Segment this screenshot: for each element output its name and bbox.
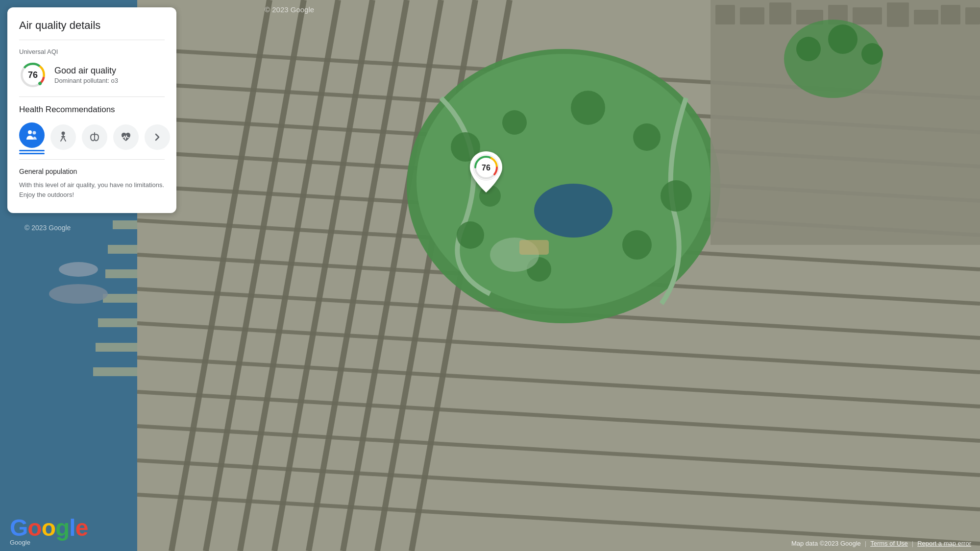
population-description: With this level of air quality, you have…	[19, 180, 165, 199]
health-recommendations-title: Health Recommendations	[19, 105, 165, 115]
map-footer: Map data ©2023 Google | Terms of Use | R…	[783, 536, 980, 551]
svg-rect-54	[887, 2, 909, 27]
population-label: General population	[19, 168, 165, 175]
google-sub-text: Google	[10, 539, 30, 546]
health-icon-wrapper-more	[145, 124, 170, 150]
svg-point-62	[49, 284, 108, 304]
terms-of-use-link[interactable]: Terms of Use	[870, 540, 908, 547]
health-icon-more[interactable]	[145, 124, 170, 150]
svg-point-37	[502, 110, 527, 135]
report-error-link[interactable]: Report a map error	[917, 540, 971, 547]
google-logo: Google	[10, 514, 88, 541]
svg-rect-56	[941, 5, 960, 24]
aqi-row: 76 Good air quality Dominant pollutant: …	[19, 61, 165, 89]
aqi-info: Good air quality Dominant pollutant: o3	[54, 66, 118, 84]
health-icon-wrapper-outdoor	[50, 124, 76, 150]
health-icon-outdoor[interactable]	[50, 124, 76, 150]
svg-point-63	[59, 262, 98, 277]
svg-text:76: 76	[482, 164, 490, 172]
svg-point-79	[62, 131, 65, 135]
panel-divider-3	[19, 159, 165, 160]
footer-separator-2: |	[912, 540, 913, 547]
svg-rect-49	[740, 7, 764, 24]
svg-rect-46	[519, 240, 549, 255]
svg-point-40	[661, 180, 692, 212]
panel-divider-2	[19, 96, 165, 97]
svg-point-60	[828, 24, 858, 54]
svg-rect-53	[853, 7, 882, 24]
active-indicator-general	[19, 150, 45, 151]
svg-point-39	[633, 123, 661, 151]
panel-divider-1	[19, 40, 165, 40]
health-icon-wrapper-heart	[113, 124, 139, 150]
svg-point-43	[457, 221, 484, 249]
health-icon-general[interactable]	[19, 122, 45, 148]
svg-point-35	[534, 184, 612, 238]
aqi-circle: 76	[19, 61, 47, 89]
svg-text:© 2023 Google: © 2023 Google	[265, 5, 314, 14]
svg-rect-55	[914, 10, 938, 24]
svg-point-77	[28, 130, 32, 134]
svg-point-41	[622, 230, 652, 260]
aqi-value: 76	[28, 70, 38, 80]
panel-title: Air quality details	[19, 19, 165, 32]
svg-rect-48	[715, 5, 735, 24]
svg-text:© 2023 Google: © 2023 Google	[24, 224, 71, 232]
svg-rect-50	[769, 2, 791, 24]
svg-point-59	[796, 37, 821, 61]
health-icon-wrapper-general	[19, 122, 45, 151]
svg-point-61	[861, 43, 883, 65]
map-marker: 76	[468, 149, 504, 194]
aqi-pollutant-text: Dominant pollutant: o3	[54, 77, 118, 84]
air-quality-panel: Air quality details Universal AQI 76 Goo…	[7, 7, 176, 213]
svg-point-38	[571, 91, 605, 125]
map-data-text: Map data ©2023 Google	[791, 540, 861, 547]
health-icon-group	[19, 122, 165, 151]
health-icon-wrapper-respiratory	[82, 124, 107, 150]
footer-separator-1: |	[865, 540, 866, 547]
aqi-quality-text: Good air quality	[54, 66, 118, 76]
svg-point-78	[33, 131, 36, 135]
health-icon-heart[interactable]	[113, 124, 139, 150]
health-icon-respiratory[interactable]	[82, 124, 107, 150]
universal-aqi-label: Universal AQI	[19, 48, 165, 55]
svg-rect-57	[965, 7, 980, 24]
